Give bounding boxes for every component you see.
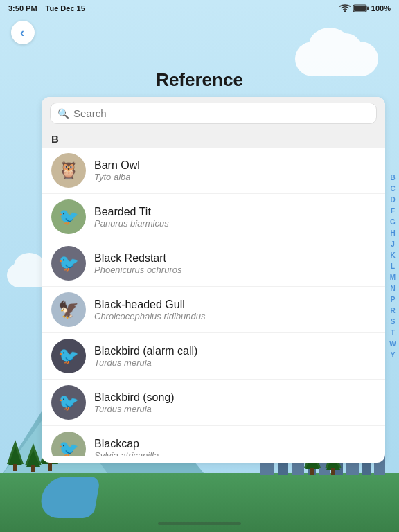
bird-name: Bearded Tit <box>94 206 375 218</box>
bird-latin-name: Panurus biarmicus <box>94 218 375 229</box>
bird-avatar: 🐦 <box>51 432 86 456</box>
svg-rect-24 <box>31 466 35 472</box>
bird-info: Blackbird (alarm call)Turdus merula <box>94 345 375 368</box>
svg-rect-36 <box>367 7 369 10</box>
status-time: 3:50 PM Tue Dec 15 <box>8 4 85 12</box>
search-icon: 🔍 <box>57 108 69 119</box>
bird-list-item[interactable]: 🐦BlackcapSylvia atricapilla <box>42 426 385 456</box>
bird-info: Black RedstartPhoenicurus ochruros <box>94 252 375 275</box>
back-chevron-icon: ‹ <box>20 26 24 39</box>
bird-latin-name: Sylvia atricapilla <box>94 450 375 457</box>
alpha-index-letter[interactable]: M <box>388 272 398 283</box>
back-button[interactable]: ‹ <box>11 21 35 44</box>
bird-latin-name: Turdus merula <box>94 357 375 368</box>
alpha-index-letter[interactable]: C <box>388 184 398 194</box>
bird-info: Barn OwlTyto alba <box>94 159 375 182</box>
bird-name: Blackbird (alarm call) <box>94 345 375 357</box>
alpha-index-letter[interactable]: G <box>388 217 398 227</box>
wifi-icon <box>339 4 351 12</box>
bird-info: Black-headed GullChroicocephalus ridibun… <box>94 299 375 321</box>
search-input-wrap[interactable]: 🔍 <box>50 103 377 124</box>
bird-info: Blackbird (song)Turdus merula <box>94 391 375 414</box>
bird-list-item[interactable]: 🐦Blackbird (song)Turdus merula <box>42 380 385 426</box>
alpha-index-letter[interactable]: P <box>388 294 398 305</box>
bird-list-item[interactable]: 🐦Blackbird (alarm call)Turdus merula <box>42 333 385 380</box>
bird-list-item[interactable]: 🦉Barn OwlTyto alba <box>42 148 385 194</box>
status-indicators: 100% <box>339 4 391 12</box>
svg-rect-27 <box>48 463 52 471</box>
bird-avatar: 🐦 <box>51 339 86 373</box>
bird-latin-name: Phoenicurus ochruros <box>94 265 375 275</box>
alpha-index-letter[interactable]: T <box>388 328 398 338</box>
bird-name: Blackbird (song) <box>94 391 375 404</box>
bird-name: Black Redstart <box>94 252 375 265</box>
bird-avatar: 🦉 <box>51 153 86 188</box>
alphabet-index: BCDFGHJKLMNPRSTWY <box>387 170 399 363</box>
bird-latin-name: Chroicocephalus ridibundus <box>94 311 375 321</box>
status-bar: 3:50 PM Tue Dec 15 100% <box>0 0 399 17</box>
bird-name: Blackcap <box>94 438 375 450</box>
bird-list[interactable]: 🦉Barn OwlTyto alba🐦Bearded TitPanurus bi… <box>42 148 385 456</box>
alpha-index-letter[interactable]: H <box>388 228 398 238</box>
alpha-index-letter[interactable]: R <box>388 305 398 316</box>
alpha-index-letter[interactable]: L <box>388 261 398 272</box>
svg-rect-35 <box>354 6 366 11</box>
search-bar: 🔍 <box>42 97 385 130</box>
bird-list-item[interactable]: 🐦Bearded TitPanurus biarmicus <box>42 194 385 240</box>
search-input[interactable] <box>73 107 369 119</box>
bird-info: BlackcapSylvia atricapilla <box>94 438 375 457</box>
battery-icon <box>353 4 369 12</box>
svg-rect-30 <box>310 468 314 475</box>
bird-name: Black-headed Gull <box>94 299 375 311</box>
alpha-index-letter[interactable]: D <box>388 195 398 205</box>
section-header-b: B <box>42 130 385 148</box>
svg-rect-21 <box>13 464 17 471</box>
alpha-index-letter[interactable]: J <box>388 239 398 249</box>
alpha-index-letter[interactable]: B <box>388 172 398 183</box>
bird-avatar: 🦅 <box>51 292 86 327</box>
bird-avatar: 🐦 <box>51 200 86 234</box>
bird-list-item[interactable]: 🦅Black-headed GullChroicocephalus ridibu… <box>42 287 385 333</box>
bird-avatar: 🐦 <box>51 246 86 281</box>
bird-latin-name: Turdus merula <box>94 404 375 414</box>
bird-latin-name: Tyto alba <box>94 172 375 182</box>
alpha-index-letter[interactable]: F <box>388 206 398 216</box>
home-indicator <box>158 522 241 525</box>
bird-name: Barn Owl <box>94 159 375 172</box>
alpha-index-letter[interactable]: W <box>388 339 398 349</box>
bird-avatar: 🐦 <box>51 385 86 420</box>
svg-rect-33 <box>331 468 335 475</box>
alpha-index-letter[interactable]: Y <box>388 350 398 360</box>
page-title: Reference <box>0 69 399 91</box>
bird-list-container: 🔍 B 🦉Barn OwlTyto alba🐦Bearded TitPanuru… <box>42 97 385 463</box>
alpha-index-letter[interactable]: K <box>388 250 398 260</box>
bird-info: Bearded TitPanurus biarmicus <box>94 206 375 229</box>
alpha-index-letter[interactable]: N <box>388 283 398 294</box>
bird-list-item[interactable]: 🐦Black RedstartPhoenicurus ochruros <box>42 240 385 287</box>
alpha-index-letter[interactable]: S <box>388 317 398 327</box>
